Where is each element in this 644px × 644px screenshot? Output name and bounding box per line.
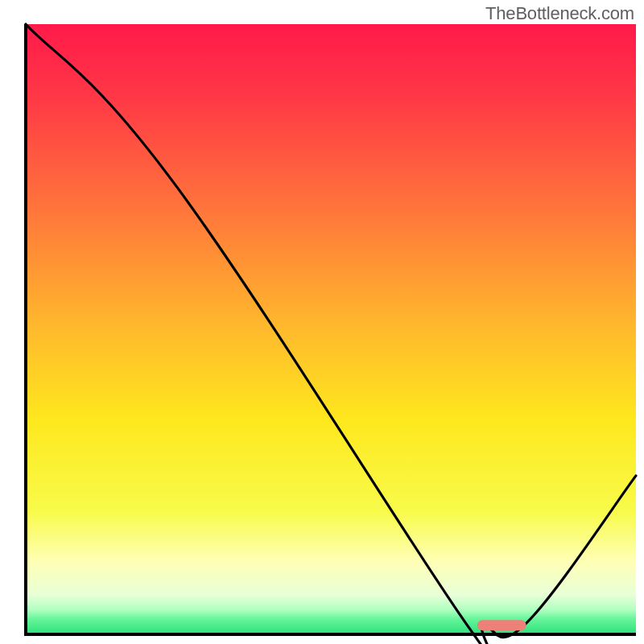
plot-background	[26, 24, 636, 634]
bottleneck-chart	[0, 0, 644, 644]
watermark-text: TheBottleneck.com	[485, 3, 634, 24]
optimal-marker	[477, 620, 526, 630]
